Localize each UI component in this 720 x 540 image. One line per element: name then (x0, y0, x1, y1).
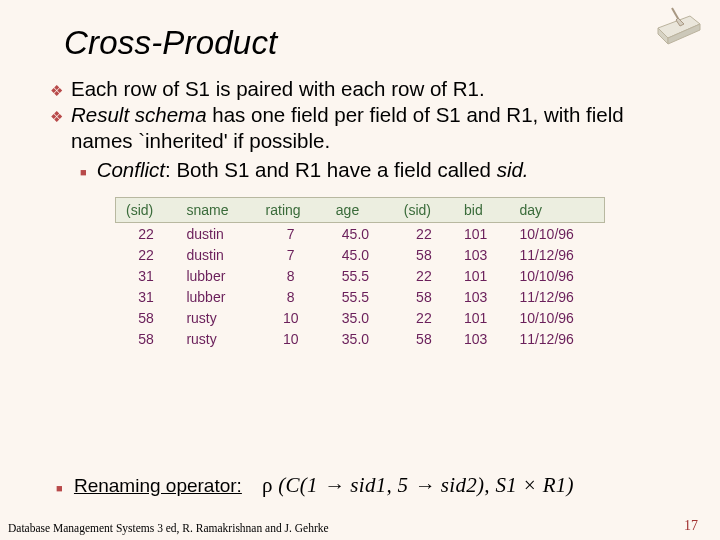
table-row: 58 rusty 10 35.0 58 103 11/12/96 (116, 328, 605, 349)
cell: 55.5 (326, 265, 394, 286)
cell: 11/12/96 (509, 328, 604, 349)
cell: 10/10/96 (509, 265, 604, 286)
cell: 11/12/96 (509, 244, 604, 265)
cell: 10 (256, 328, 326, 349)
col-rating: rating (256, 197, 326, 222)
cell: 101 (454, 222, 509, 244)
col-sname: sname (176, 197, 255, 222)
cell: 55.5 (326, 286, 394, 307)
cell: rusty (176, 307, 255, 328)
cell: 103 (454, 286, 509, 307)
renaming-formula: ρ (C(1 → sid1, 5 → sid2), S1 × R1) (262, 473, 574, 498)
table-row: 22 dustin 7 45.0 22 101 10/10/96 (116, 222, 605, 244)
renaming-row: ■ Renaming operator: ρ (C(1 → sid1, 5 → … (56, 473, 574, 498)
cell: 31 (116, 286, 177, 307)
cell: lubber (176, 265, 255, 286)
cell: 101 (454, 307, 509, 328)
italic-term: Result schema (71, 103, 207, 126)
sub-bullet-text: Conflict: Both S1 and R1 have a field ca… (97, 157, 690, 183)
diamond-bullet-icon: ❖ (50, 81, 63, 102)
cell: 22 (394, 307, 454, 328)
sub-text-mid: : Both S1 and R1 have a field called (165, 158, 497, 181)
diamond-bullet-icon: ❖ (50, 107, 63, 154)
cell: dustin (176, 222, 255, 244)
table-row: 31 lubber 8 55.5 22 101 10/10/96 (116, 265, 605, 286)
col-age: age (326, 197, 394, 222)
table-row: 22 dustin 7 45.0 58 103 11/12/96 (116, 244, 605, 265)
table-body: 22 dustin 7 45.0 22 101 10/10/96 22 dust… (116, 222, 605, 349)
renaming-bullet: ■ Renaming operator: (56, 475, 242, 497)
cell: 22 (394, 222, 454, 244)
table-row: 58 rusty 10 35.0 22 101 10/10/96 (116, 307, 605, 328)
italic-term: sid. (497, 158, 529, 181)
table-row: 31 lubber 8 55.5 58 103 11/12/96 (116, 286, 605, 307)
cell: 10/10/96 (509, 222, 604, 244)
cell: 22 (394, 265, 454, 286)
bullet-list: ❖ Each row of S1 is paired with each row… (50, 76, 690, 183)
cell: 103 (454, 328, 509, 349)
cell: 35.0 (326, 328, 394, 349)
cell: 11/12/96 (509, 286, 604, 307)
cell: 58 (116, 328, 177, 349)
cell: 58 (394, 328, 454, 349)
cell: 35.0 (326, 307, 394, 328)
cross-product-table: (sid) sname rating age (sid) bid day 22 … (115, 197, 605, 349)
cell: 103 (454, 244, 509, 265)
cell: 58 (394, 244, 454, 265)
col-sid2: (sid) (394, 197, 454, 222)
footer-text: Database Management Systems 3 ed, R. Ram… (8, 522, 329, 534)
cell: 10 (256, 307, 326, 328)
corner-graphic (650, 4, 704, 48)
renaming-label: Renaming operator: (74, 475, 242, 496)
col-bid: bid (454, 197, 509, 222)
cell: 45.0 (326, 222, 394, 244)
cell: lubber (176, 286, 255, 307)
table-header-row: (sid) sname rating age (sid) bid day (116, 197, 605, 222)
cell: 8 (256, 286, 326, 307)
cell: 10/10/96 (509, 307, 604, 328)
sub-bullet-item: ■ Conflict: Both S1 and R1 have a field … (80, 157, 690, 183)
bullet-item: ❖ Result schema has one field per field … (50, 102, 690, 154)
cell: 7 (256, 222, 326, 244)
cell: 101 (454, 265, 509, 286)
col-day: day (509, 197, 604, 222)
cell: 22 (116, 244, 177, 265)
result-table: (sid) sname rating age (sid) bid day 22 … (115, 197, 605, 349)
square-bullet-icon: ■ (56, 482, 63, 494)
bullet-text: Result schema has one field per field of… (71, 102, 690, 154)
cell: 22 (116, 222, 177, 244)
cell: 8 (256, 265, 326, 286)
cell: rusty (176, 328, 255, 349)
cell: 58 (116, 307, 177, 328)
cell: 58 (394, 286, 454, 307)
cell: 31 (116, 265, 177, 286)
cell: 7 (256, 244, 326, 265)
square-bullet-icon: ■ (80, 165, 87, 183)
slide-title: Cross-Product (64, 24, 690, 62)
slide: Cross-Product ❖ Each row of S1 is paired… (0, 0, 720, 540)
page-number: 17 (684, 518, 698, 534)
bullet-text: Each row of S1 is paired with each row o… (71, 76, 690, 102)
col-sid1: (sid) (116, 197, 177, 222)
italic-term: Conflict (97, 158, 165, 181)
cell: 45.0 (326, 244, 394, 265)
bullet-item: ❖ Each row of S1 is paired with each row… (50, 76, 690, 102)
cell: dustin (176, 244, 255, 265)
